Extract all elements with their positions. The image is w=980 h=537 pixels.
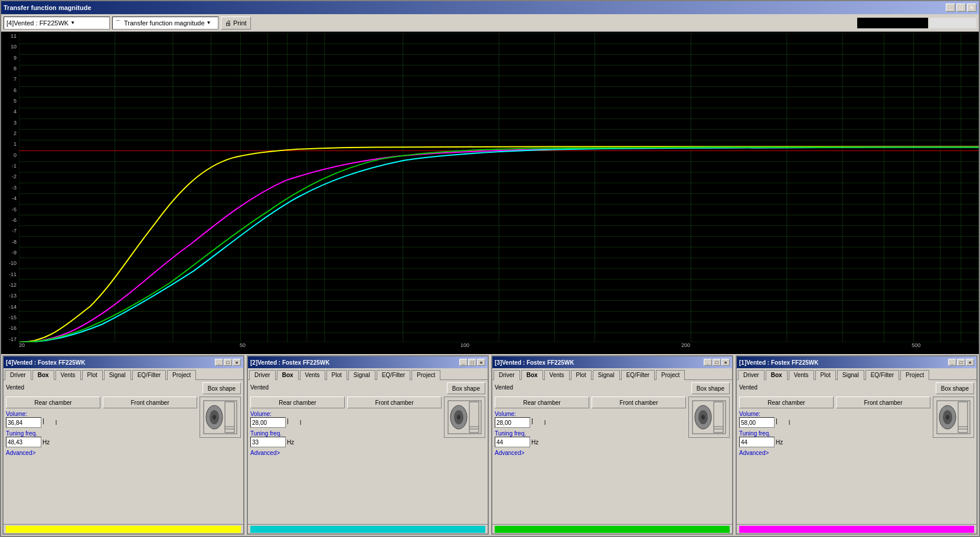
sw3-tab-driver[interactable]: Driver [494,370,520,380]
sw1-tab-project[interactable]: Project [900,370,929,380]
sw3-title-bar: [3]Vented : Fostex FF225WK _ □ × [492,356,732,368]
sw2-maximize[interactable]: □ [468,359,476,366]
sw3-front-chamber-btn[interactable]: Front chamber [592,397,686,408]
sw2-volume-input[interactable] [250,417,286,428]
sw4-tab-vents[interactable]: Vents [55,370,81,380]
sw3-tab-project[interactable]: Project [656,370,685,380]
sw3-close[interactable]: × [721,359,730,366]
sw1-tab-plot[interactable]: Plot [815,370,836,380]
sw1-tab-signal[interactable]: Signal [837,370,864,380]
minimize-button[interactable]: _ [946,4,955,12]
sw4-status-color [6,526,241,533]
sub-window-2: [2]Vented : Fostex FF225WK _ □ × Driver … [247,355,489,535]
sw4-box-shape-btn[interactable]: Box shape [202,382,241,394]
sw3-maximize[interactable]: □ [713,359,721,366]
sw2-tab-box[interactable]: Box [277,370,299,380]
sw1-tuning-input[interactable] [739,437,775,447]
sw3-advanced-link[interactable]: Advanced> [495,450,686,456]
sw2-tab-project[interactable]: Project [411,370,440,380]
sw3-tuning-input[interactable] [495,437,530,447]
sw3-tab-signal[interactable]: Signal [593,370,620,380]
sw4-close[interactable]: × [233,359,241,366]
sw1-front-chamber-btn[interactable]: Front chamber [836,397,930,408]
sw1-maximize[interactable]: □ [957,359,965,366]
sw2-type: Vented [250,384,269,391]
function-dropdown-arrow: ▼ [207,20,211,25]
sw1-type: Vented [739,384,757,391]
sw1-advanced-link[interactable]: Advanced> [739,450,930,456]
close-button[interactable]: × [967,4,976,12]
sw4-minimize[interactable]: _ [215,359,223,366]
svg-rect-66 [714,402,723,433]
sw2-tab-vents[interactable]: Vents [300,370,325,380]
sw2-minimize[interactable]: _ [459,359,468,366]
sw2-tuning-input[interactable] [250,437,286,447]
maximize-button[interactable]: □ [956,4,966,12]
sw4-tab-project[interactable]: Project [167,370,196,380]
sw2-advanced-link[interactable]: Advanced> [250,450,442,456]
sw1-volume-input[interactable] [739,417,775,428]
sw1-minimize[interactable]: _ [948,359,956,366]
sw1-tab-box[interactable]: Box [766,370,788,380]
sw2-box-shape-btn[interactable]: Box shape [447,382,485,394]
sw4-volume-input[interactable] [6,417,41,428]
sw1-box-shape-btn[interactable]: Box shape [936,382,974,394]
sw4-tab-signal[interactable]: Signal [104,370,131,380]
printer-icon: 🖨 [225,19,231,27]
sw1-tab-vents[interactable]: Vents [789,370,814,380]
sw2-speaker-svg [447,400,482,435]
sw2-rear-chamber-btn[interactable]: Rear chamber [250,397,345,408]
sw2-volume-slider[interactable]: | [287,417,299,428]
sw4-volume-slider[interactable]: | [43,417,54,428]
sw4-tab-eqfilter[interactable]: EQ/Filter [132,370,166,380]
sw4-tuning-input[interactable] [6,437,41,447]
sw2-title-bar: [2]Vented : Fostex FF225WK _ □ × [248,356,488,368]
sw4-advanced-link[interactable]: Advanced> [6,450,197,456]
sw4-maximize[interactable]: □ [224,359,232,366]
sw2-tab-plot[interactable]: Plot [326,370,347,380]
sw1-tab-driver[interactable]: Driver [738,370,765,380]
sw1-volume-slider[interactable]: | [776,417,788,428]
sw1-rear-chamber-btn[interactable]: Rear chamber [739,397,834,408]
device-dropdown[interactable]: [4]Vented : FF225WK ▼ [4,17,110,30]
sub-window-1: [1]Vented : Fostex FF225WK _ □ × Driver … [736,355,978,535]
sw4-tab-driver[interactable]: Driver [5,370,31,380]
sw4-rear-chamber-btn[interactable]: Rear chamber [6,397,100,408]
sw3-volume-unit: l [544,420,545,426]
sw1-tab-eqfilter[interactable]: EQ/Filter [865,370,899,380]
x-label-100: 100 [460,342,469,348]
sw4-tuning-label: Tuning freq. [6,430,197,437]
sw3-box-shape-btn[interactable]: Box shape [691,382,730,394]
sw1-speaker-svg [936,400,971,435]
sw3-tab-box[interactable]: Box [521,370,543,380]
sw3-tuning-unit: Hz [531,439,538,446]
sw2-tab-bar: Driver Box Vents Plot Signal EQ/Filter P… [248,368,488,379]
sw4-tab-box[interactable]: Box [32,370,54,380]
function-dropdown[interactable]: ⌒ Transfer function magnitude ▼ [112,17,218,30]
sw3-tab-plot[interactable]: Plot [571,370,592,380]
sw2-tab-eqfilter[interactable]: EQ/Filter [377,370,410,380]
main-title: Transfer function magnitude [4,4,92,11]
sw4-tab-plot[interactable]: Plot [82,370,103,380]
sw2-close[interactable]: × [477,359,485,366]
sw1-tuning-label: Tuning freq. [739,430,930,437]
sw3-status-bar [492,524,732,533]
sw3-tab-content: Vented Box shape Rear chamber Front cham… [492,379,732,524]
sw3-tab-vents[interactable]: Vents [544,370,570,380]
print-button[interactable]: 🖨 Print [221,17,251,30]
sw3-minimize[interactable]: _ [704,359,712,366]
sw4-tuning-unit: Hz [43,439,50,446]
sw1-tab-bar: Driver Box Vents Plot Signal EQ/Filter P… [737,368,976,379]
y-axis: 11 10 9 8 7 6 5 4 3 2 1 0 -1 -2 -3 -4 -5… [1,33,19,342]
sw4-front-chamber-btn[interactable]: Front chamber [103,397,197,408]
swatch-white [929,18,976,28]
sw2-front-chamber-btn[interactable]: Front chamber [347,397,442,408]
sw2-tab-driver[interactable]: Driver [249,370,276,380]
sw2-tab-signal[interactable]: Signal [348,370,375,380]
sw3-tab-eqfilter[interactable]: EQ/Filter [621,370,655,380]
device-dropdown-arrow: ▼ [70,20,75,25]
sw3-rear-chamber-btn[interactable]: Rear chamber [495,397,589,408]
sw1-close[interactable]: × [966,359,974,366]
sw3-volume-slider[interactable]: | [531,417,543,428]
sw3-volume-input[interactable] [495,417,530,428]
